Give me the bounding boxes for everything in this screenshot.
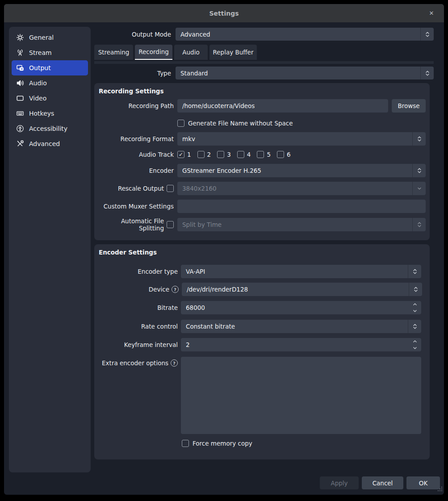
- window-title: Settings: [209, 10, 239, 17]
- dropdown-arrows-icon: [412, 132, 426, 146]
- recording-format-select[interactable]: mkv: [177, 132, 426, 146]
- type-row: Type Standard: [94, 67, 434, 79]
- audio-track-2-checkbox[interactable]: [197, 151, 205, 158]
- encoder-row: Encoder GStreamer Encoder H.265: [94, 164, 430, 177]
- sidebar-item-video[interactable]: Video: [12, 91, 88, 106]
- sidebar-item-label: General: [29, 34, 54, 41]
- device-value: /dev/dri/renderD128: [182, 286, 248, 293]
- bitrate-spinner[interactable]: 68000: [181, 301, 421, 314]
- recording-path-label: Recording Path: [94, 102, 174, 109]
- sidebar-item-label: Output: [29, 64, 51, 71]
- speaker-icon: [16, 79, 24, 87]
- dropdown-arrow-icon: [412, 182, 426, 195]
- custom-muxer-input[interactable]: [177, 200, 426, 213]
- type-label: Type: [94, 70, 171, 77]
- settings-window: Settings ✕ General Stream: [4, 4, 444, 495]
- spinner-down-icon[interactable]: [413, 347, 417, 350]
- extra-options-label: Extra encoder options: [102, 359, 168, 367]
- accessibility-icon: [16, 125, 24, 133]
- auto-split-select[interactable]: Split by Time: [177, 218, 426, 231]
- sidebar-item-label: Hotkeys: [29, 110, 54, 117]
- sidebar-item-stream[interactable]: Stream: [12, 45, 88, 60]
- audio-track-2-label: 2: [207, 151, 211, 158]
- sidebar-item-label: Stream: [29, 49, 52, 56]
- broadcast-icon: [16, 49, 24, 57]
- custom-muxer-row: Custom Muxer Settings: [94, 200, 430, 213]
- settings-sidebar: General Stream Output: [9, 27, 91, 472]
- rescale-output-value: 3840x2160: [177, 185, 217, 192]
- output-tabs: Streaming Recording Audio Replay Buffer: [94, 45, 257, 60]
- cancel-button[interactable]: Cancel: [362, 476, 403, 489]
- keyframe-interval-label: Keyframe interval: [94, 341, 178, 348]
- recording-path-row: Recording Path /home/ducoterra/Videos Br…: [94, 99, 430, 113]
- encoder-type-label: Encoder type: [94, 268, 178, 275]
- extra-options-label-row: Extra encoder options ?: [94, 359, 178, 367]
- audio-track-label: Audio Track: [94, 151, 174, 158]
- encoder-type-value: VA-API: [181, 268, 205, 275]
- rescale-output-select[interactable]: 3840x2160: [177, 182, 426, 195]
- bitrate-label: Bitrate: [94, 304, 178, 311]
- force-memory-copy-checkbox[interactable]: [182, 440, 189, 447]
- resize-grip[interactable]: [437, 485, 443, 493]
- gear-icon: [16, 33, 24, 42]
- audio-track-6-checkbox[interactable]: [277, 151, 284, 158]
- spinner-up-icon[interactable]: [413, 340, 417, 343]
- output-mode-row: Output Mode Advanced: [94, 28, 434, 41]
- recording-path-input[interactable]: /home/ducoterra/Videos: [177, 99, 388, 113]
- dialog-buttons: Apply Cancel OK: [320, 476, 440, 489]
- auto-split-checkbox[interactable]: [167, 221, 174, 228]
- keyframe-interval-row: Keyframe interval 2: [94, 338, 430, 351]
- dropdown-arrows-icon: [408, 320, 421, 333]
- type-select[interactable]: Standard: [176, 67, 434, 79]
- encoder-type-select[interactable]: VA-API: [181, 265, 421, 278]
- generate-no-space-checkbox[interactable]: [177, 120, 184, 127]
- rate-control-label: Rate control: [94, 323, 178, 330]
- rescale-output-row: Rescale Output 3840x2160: [94, 182, 430, 195]
- bitrate-row: Bitrate 68000: [94, 301, 430, 314]
- browse-button[interactable]: Browse: [392, 99, 426, 113]
- dropdown-arrows-icon: [412, 164, 426, 177]
- device-label: Device: [94, 286, 169, 293]
- dropdown-arrows-icon: [420, 28, 434, 41]
- encoder-select[interactable]: GStreamer Encoder H.265: [177, 164, 426, 177]
- tab-audio[interactable]: Audio: [174, 45, 208, 60]
- keyframe-interval-spinner[interactable]: 2: [181, 338, 421, 351]
- output-mode-label: Output Mode: [94, 31, 171, 38]
- sidebar-item-label: Advanced: [29, 140, 60, 147]
- close-icon[interactable]: ✕: [426, 4, 437, 22]
- spinner-down-icon[interactable]: [413, 309, 417, 313]
- audio-track-3-checkbox[interactable]: [217, 151, 224, 158]
- force-memory-copy-label: Force memory copy: [193, 440, 252, 447]
- encoder-value: GStreamer Encoder H.265: [177, 167, 261, 174]
- dropdown-arrows-icon: [420, 67, 434, 79]
- sidebar-item-general[interactable]: General: [12, 30, 88, 45]
- sidebar-item-audio[interactable]: Audio: [12, 75, 88, 91]
- auto-split-value: Split by Time: [177, 221, 222, 228]
- rate-control-select[interactable]: Constant bitrate: [181, 320, 421, 333]
- recording-settings-group: Recording Settings Recording Path /home/…: [94, 83, 430, 240]
- ok-button[interactable]: OK: [406, 476, 440, 489]
- audio-track-5-checkbox[interactable]: [257, 151, 264, 158]
- rescale-output-checkbox[interactable]: [167, 185, 174, 192]
- audio-track-4-checkbox[interactable]: [237, 151, 244, 158]
- extra-options-textarea[interactable]: [181, 357, 421, 434]
- sidebar-item-label: Video: [29, 95, 46, 102]
- audio-track-1-checkbox[interactable]: ✓: [177, 151, 184, 158]
- output-mode-select[interactable]: Advanced: [176, 28, 434, 41]
- sidebar-item-accessibility[interactable]: Accessibility: [12, 121, 88, 136]
- help-icon[interactable]: ?: [172, 286, 179, 293]
- sidebar-item-output[interactable]: Output: [12, 60, 88, 75]
- device-select[interactable]: /dev/dri/renderD128: [182, 283, 422, 296]
- help-icon[interactable]: ?: [171, 359, 178, 367]
- tab-recording[interactable]: Recording: [135, 45, 172, 60]
- custom-muxer-label: Custom Muxer Settings: [94, 203, 174, 210]
- encoder-settings-group: Encoder Settings Encoder type VA-API Dev…: [94, 244, 430, 459]
- sidebar-item-advanced[interactable]: Advanced: [12, 136, 88, 151]
- tab-streaming[interactable]: Streaming: [94, 45, 133, 60]
- auto-split-label: Automatic File Splitting: [94, 217, 164, 232]
- tab-replay-buffer[interactable]: Replay Buffer: [209, 45, 257, 60]
- recording-format-row: Recording Format mkv: [94, 132, 430, 146]
- apply-button[interactable]: Apply: [320, 476, 359, 489]
- spinner-up-icon[interactable]: [413, 303, 417, 306]
- sidebar-item-hotkeys[interactable]: Hotkeys: [12, 106, 88, 121]
